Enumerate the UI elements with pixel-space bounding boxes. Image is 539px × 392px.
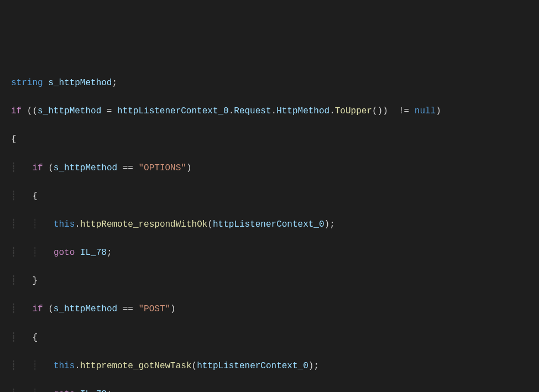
code-line: ┊ ┊ this.httpRemote_respondWithOk(httpLi… [11, 218, 528, 232]
string-options: "OPTIONS" [138, 163, 186, 173]
code-line: if ((s_httpMethod = httpListenerContext_… [11, 104, 528, 119]
keyword-string: string [11, 78, 43, 88]
code-line: ┊ { [11, 331, 528, 346]
string-post: "POST" [138, 304, 170, 314]
var-s_httpMethod: s_httpMethod [48, 78, 112, 88]
method-gotNewTask: httpremote_gotNewTask [80, 361, 192, 371]
code-line: ┊ { [11, 190, 528, 204]
keyword-if: if [11, 106, 22, 116]
code-line: ┊ ┊ this.httpremote_gotNewTask(httpListe… [11, 359, 528, 374]
code-line: string s_httpMethod; [11, 76, 528, 91]
label-il78: IL_78 [80, 248, 107, 258]
code-line: ┊ if (s_httpMethod == "OPTIONS") [11, 161, 528, 176]
code-line: ┊ ┊ goto IL_78; [11, 388, 528, 392]
keyword-goto: goto [54, 248, 75, 258]
method-respondWithOk: httpRemote_respondWithOk [80, 219, 207, 229]
code-line: ┊ } [11, 274, 528, 289]
code-line: ┊ ┊ goto IL_78; [11, 246, 528, 260]
code-line: { [11, 133, 528, 147]
code-editor: string s_httpMethod; if ((s_httpMethod =… [11, 62, 528, 392]
keyword-null: null [415, 106, 436, 116]
code-line: ┊ if (s_httpMethod == "POST") [11, 302, 528, 317]
keyword-this: this [54, 219, 75, 229]
